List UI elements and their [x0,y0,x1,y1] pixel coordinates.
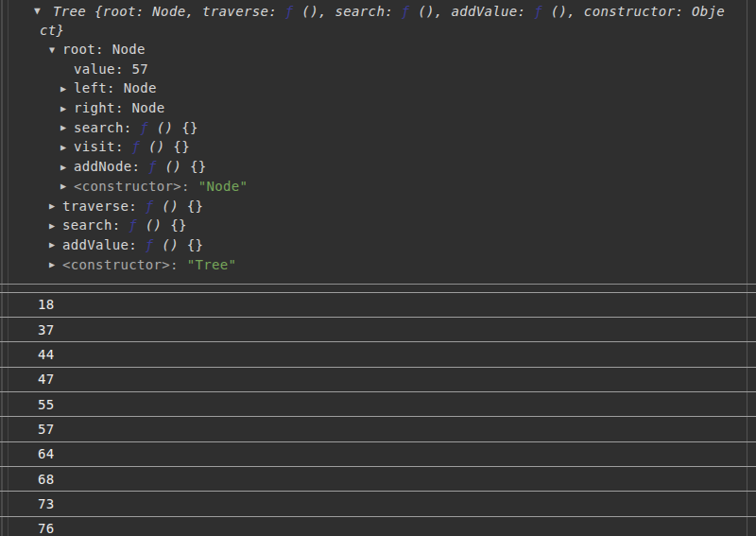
text-segment: {} [165,139,190,154]
log-value: 64 [38,446,55,461]
console-panel: ▼Tree {root: Node, traverse: ƒ (), searc… [0,0,756,536]
console-log-row: 18 [0,293,756,318]
text-segment: "Node" [198,179,249,194]
chevron-down-icon[interactable]: ▼ [34,2,41,21]
console-log-row: 64 [0,442,756,467]
log-value: 18 [38,297,55,312]
text-segment: () [148,120,173,135]
console-log-row: 55 [0,392,756,417]
text-segment: "Tree" [187,257,237,272]
text-segment: {} [179,199,203,214]
tree-row[interactable]: ▶addValue: ƒ () {} [0,235,756,255]
text-segment: addValue: [62,237,146,252]
text-segment: visit: [74,139,131,154]
tree-row[interactable]: ▶search: ƒ () {} [0,118,756,138]
text-segment: () [140,139,164,154]
console-log-row: 68 [0,467,756,492]
text-segment: ƒ [146,237,154,252]
tree-row[interactable]: ▶search: ƒ () {} [0,216,756,235]
chevron-right-icon[interactable]: ▶ [49,235,62,254]
tree-row[interactable]: ▶traverse: ƒ () {} [0,197,756,216]
text-segment: () [154,237,179,252]
text-segment: right: Node [74,100,165,115]
text-segment: ƒ [402,4,410,19]
object-preview-line[interactable]: ▼Tree {root: Node, traverse: ƒ (), searc… [0,2,756,40]
text-segment: (), search: [294,4,402,19]
chevron-right-icon[interactable]: ▶ [60,138,74,157]
console-log-list: 18374447555764687376 [0,293,756,536]
text-segment: search: [62,217,129,233]
chevron-right-icon[interactable]: ▶ [60,158,74,177]
console-log-row: 57 [0,417,756,441]
tree-row[interactable]: ▶<constructor>: "Node" [0,177,756,197]
chevron-right-icon[interactable]: ▶ [60,118,74,137]
text-segment: () [157,159,181,174]
chevron-right-icon[interactable]: ▶ [60,79,74,98]
text-segment: () [137,217,162,233]
text-segment: {} [181,159,206,174]
log-value: 47 [38,372,55,387]
chevron-down-icon[interactable]: ▼ [49,41,62,60]
text-segment: Tree {root: Node, traverse: [53,4,285,19]
chevron-right-icon[interactable]: ▶ [49,197,62,216]
tree-row[interactable]: ▶visit: ƒ () {} [0,137,756,157]
console-log-row: 37 [0,318,756,342]
text-segment: addNode: [74,159,148,174]
tree-row[interactable]: ▶right: Node [0,98,756,118]
text-segment: {} [179,237,203,252]
tree-row: value: 57 [0,60,756,78]
log-row-spacer [0,285,756,293]
text-segment: search: [74,120,140,135]
text-segment: ƒ [129,217,137,233]
text-segment: <constructor>: [62,257,187,272]
log-value: 57 [38,422,55,437]
text-segment: {} [162,217,186,233]
text-segment: ƒ [148,159,157,174]
text-segment: () [154,199,179,214]
console-object-entry: ▼Tree {root: Node, traverse: ƒ (), searc… [0,0,756,285]
text-segment: left: Node [74,80,157,95]
text-segment: traverse: [62,199,146,214]
text-segment: ƒ [285,4,294,19]
log-value: 76 [38,521,55,536]
log-value: 37 [38,322,55,337]
text-segment: root: Node [62,42,146,57]
text-segment: (), addValue: [410,4,535,19]
object-preview-text: Tree {root: Node, traverse: ƒ (), search… [40,4,725,38]
log-value: 55 [38,397,55,412]
text-segment: {} [173,120,198,135]
text-segment: value: 57 [74,61,148,77]
chevron-right-icon[interactable]: ▶ [60,177,74,196]
console-log-row: 44 [0,342,756,367]
text-segment: ƒ [146,199,154,214]
tree-row[interactable]: ▶left: Node [0,78,756,98]
chevron-right-icon[interactable]: ▶ [60,99,74,118]
chevron-right-icon[interactable]: ▶ [49,216,62,235]
text-segment: ƒ [140,120,148,135]
log-value: 68 [38,472,55,487]
tree-row[interactable]: ▶addNode: ƒ () {} [0,157,756,177]
console-log-row: 76 [0,517,756,536]
tree-row[interactable]: ▼root: Node [0,40,756,60]
text-segment: ƒ [131,139,140,154]
console-log-row: 47 [0,368,756,392]
log-value: 73 [38,496,55,511]
object-tree: ▼root: Nodevalue: 57▶left: Node▶right: N… [0,40,756,274]
text-segment: <constructor>: [74,179,198,194]
chevron-right-icon[interactable]: ▶ [49,255,62,274]
console-log-row: 73 [0,492,756,516]
log-value: 44 [38,347,55,362]
tree-row[interactable]: ▶<constructor>: "Tree" [0,255,756,275]
text-segment: ƒ [534,4,542,19]
